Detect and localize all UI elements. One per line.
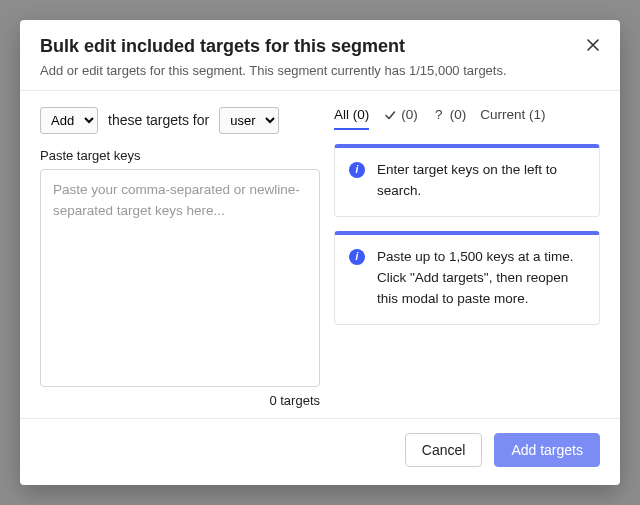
paste-label: Paste target keys: [40, 148, 320, 163]
tab-all[interactable]: All (0): [334, 107, 369, 130]
context-select[interactable]: user: [219, 107, 279, 134]
question-icon: ?: [432, 108, 446, 122]
controls-mid-text: these targets for: [108, 111, 209, 129]
left-column: Add these targets for user Paste target …: [40, 107, 320, 408]
modal-header: Bulk edit included targets for this segm…: [20, 20, 620, 91]
paste-textarea[interactable]: [40, 169, 320, 387]
tab-unknown-count: (0): [450, 107, 467, 122]
tab-current[interactable]: Current (1): [480, 107, 545, 130]
targets-count: 0 targets: [40, 393, 320, 408]
right-column: All (0) (0) ? (0) Current (1) i: [334, 107, 600, 408]
info-card-limit: i Paste up to 1,500 keys at a time. Clic…: [334, 231, 600, 325]
tab-matched[interactable]: (0): [383, 107, 418, 130]
modal-title: Bulk edit included targets for this segm…: [40, 36, 600, 57]
tab-all-label: All (0): [334, 107, 369, 122]
add-targets-button[interactable]: Add targets: [494, 433, 600, 467]
close-button[interactable]: [580, 34, 604, 58]
bulk-edit-modal: Bulk edit included targets for this segm…: [20, 20, 620, 485]
modal-subtitle: Add or edit targets for this segment. Th…: [40, 63, 600, 78]
controls-row: Add these targets for user: [40, 107, 320, 134]
results-tabs: All (0) (0) ? (0) Current (1): [334, 107, 600, 130]
check-icon: [383, 108, 397, 122]
tab-matched-count: (0): [401, 107, 418, 122]
close-icon: [586, 38, 600, 55]
cancel-button[interactable]: Cancel: [405, 433, 483, 467]
tab-current-label: Current (1): [480, 107, 545, 122]
modal-footer: Cancel Add targets: [20, 419, 620, 485]
info-card-limit-text: Paste up to 1,500 keys at a time. Click …: [377, 247, 585, 310]
info-icon: i: [349, 162, 365, 178]
info-card-search-text: Enter target keys on the left to search.: [377, 160, 585, 202]
action-select[interactable]: Add: [40, 107, 98, 134]
info-card-search: i Enter target keys on the left to searc…: [334, 144, 600, 217]
tab-unknown[interactable]: ? (0): [432, 107, 467, 130]
modal-body: Add these targets for user Paste target …: [20, 91, 620, 419]
info-icon: i: [349, 249, 365, 265]
